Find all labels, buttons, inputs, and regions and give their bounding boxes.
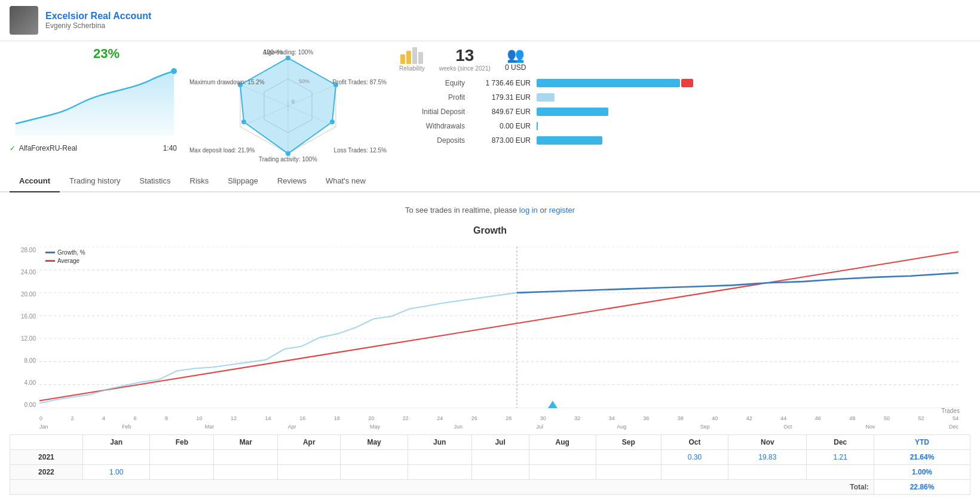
year-row-2021: 2021 0.30 19.83 1.21 21.64% <box>10 450 970 465</box>
legend-average-line <box>45 260 55 262</box>
year-table-total: Total: 22.86% <box>10 480 970 495</box>
login-link[interactable]: log in <box>519 206 538 215</box>
svg-marker-27 <box>548 401 558 408</box>
tab-trading-history[interactable]: Trading history <box>60 170 130 192</box>
register-link[interactable]: register <box>549 206 575 215</box>
year-row-2022: 2022 1.00 1.00% <box>10 465 970 480</box>
broker-info: ✓ AlfaForexRU-Real 1:40 <box>10 144 177 152</box>
deposits-bar <box>537 136 602 145</box>
account-info: Excelsior Real Account Evgeniy Scherbina <box>45 11 151 30</box>
svg-text:50%: 50% <box>299 78 310 84</box>
weeks-box: 13 weeks (since 2021) <box>439 46 491 72</box>
reliability-label: Reliability <box>399 65 425 72</box>
leverage: 1:40 <box>163 144 177 152</box>
y-label-12: 12.00 <box>10 335 38 342</box>
realtime-or: or <box>538 206 549 215</box>
y-label-20: 20.00 <box>10 291 38 298</box>
svg-marker-7 <box>240 58 336 154</box>
svg-point-10 <box>330 120 335 124</box>
rel-bar-4 <box>418 52 423 64</box>
svg-text:0: 0 <box>292 99 295 105</box>
broker-name: ✓ AlfaForexRU-Real <box>10 144 77 152</box>
year-table-header: Jan Feb Mar Apr May Jun Jul Aug Sep Oct … <box>10 435 970 450</box>
svg-point-9 <box>333 82 338 87</box>
rel-bar-3 <box>412 47 417 64</box>
rel-bar-1 <box>400 54 405 64</box>
initial-deposit-bar <box>537 108 608 116</box>
svg-point-0 <box>171 68 177 74</box>
y-label-28: 28.00 <box>10 247 38 253</box>
svg-line-26 <box>39 252 958 400</box>
y-label-4: 4.00 <box>10 379 38 386</box>
svg-point-13 <box>238 82 243 87</box>
mini-chart-area: 23% ✓ AlfaForexRU-Real 1:40 <box>10 46 177 166</box>
profit-bar <box>537 93 555 102</box>
top-section: 23% ✓ AlfaForexRU-Real 1:40 <box>0 41 980 168</box>
main-content: To see trades in realtime, please log in… <box>0 192 980 499</box>
account-user: Evgeniy Scherbina <box>45 22 151 30</box>
followers-icon: 👥 <box>507 47 525 63</box>
tab-whats-new[interactable]: What's new <box>316 170 375 192</box>
growth-percent: 23% <box>93 46 120 62</box>
legend-growth-line <box>45 252 55 253</box>
y-label-0: 0.00 <box>10 402 38 408</box>
equity-row-deposits: Deposits 873.00 EUR <box>399 135 970 146</box>
equity-row-withdrawals: Withdrawals 0.00 EUR <box>399 121 970 131</box>
tab-reviews[interactable]: Reviews <box>268 170 316 192</box>
x-axis-months: Jan Feb Mar Apr May Jun Jul Aug Sep Oct … <box>39 424 958 430</box>
svg-point-8 <box>286 56 290 60</box>
avatar <box>10 6 38 35</box>
svg-text:100+%: 100+% <box>264 49 283 56</box>
equity-row-deposit: Initial Deposit 849.67 EUR <box>399 106 970 117</box>
x-axis-numbers: 0 2 4 6 8 10 12 14 16 18 20 22 24 26 28 … <box>39 415 958 421</box>
followers-value: 0 USD <box>505 63 526 72</box>
legend-average: Average <box>45 258 85 264</box>
realtime-text-before: To see trades in realtime, please <box>405 206 519 215</box>
legend-growth: Growth, % <box>45 249 85 256</box>
y-label-16: 16.00 <box>10 313 38 320</box>
growth-svg <box>39 247 958 408</box>
reliability-bars <box>400 46 423 64</box>
year-table: Jan Feb Mar Apr May Jun Jul Aug Sep Oct … <box>10 434 970 495</box>
chart-title: Growth <box>10 225 970 236</box>
weeks-number: 13 <box>455 46 474 65</box>
y-label-24: 24.00 <box>10 269 38 275</box>
tabs-nav: Account Trading history Statistics Risks… <box>0 170 980 192</box>
followers-box: 👥 0 USD <box>505 47 526 72</box>
tab-statistics[interactable]: Statistics <box>130 170 180 192</box>
account-name: Excelsior Real Account <box>45 11 151 22</box>
chart-container: 28.00 24.00 20.00 16.00 12.00 8.00 4.00 … <box>10 241 970 432</box>
equity-row-profit: Profit 179.31 EUR <box>399 92 970 103</box>
tab-account[interactable]: Account <box>10 170 60 192</box>
radar-svg: 100+% 50% 0 <box>186 46 390 166</box>
tab-risks[interactable]: Risks <box>180 170 219 192</box>
weeks-label: weeks (since 2021) <box>439 65 491 72</box>
reliability-row: Reliability 13 weeks (since 2021) 👥 0 US… <box>399 46 970 72</box>
stats-right: Reliability 13 weeks (since 2021) 👥 0 US… <box>399 46 970 166</box>
svg-point-11 <box>286 151 290 156</box>
rel-bar-2 <box>406 51 411 64</box>
svg-point-12 <box>241 120 246 124</box>
equity-row-equity: Equity 1 736.46 EUR <box>399 78 970 88</box>
realtime-notice: To see trades in realtime, please log in… <box>10 200 970 221</box>
equity-bar-blue <box>537 79 680 87</box>
reliability-box: Reliability <box>399 46 425 72</box>
withdrawals-bar <box>537 122 538 130</box>
growth-chart-section: Growth 28.00 24.00 20.00 16.00 12.00 8.0… <box>10 225 970 495</box>
tab-slippage[interactable]: Slippage <box>218 170 268 192</box>
header: Excelsior Real Account Evgeniy Scherbina <box>0 0 980 41</box>
y-label-8: 8.00 <box>10 357 38 364</box>
radar-chart-area: 100+% 50% 0 Algo trading: 100% Profit Tr… <box>186 46 390 166</box>
chart-legend: Growth, % Average <box>45 249 85 264</box>
equity-table: Equity 1 736.46 EUR Profit 179.31 EUR In… <box>399 78 970 146</box>
equity-bar-red <box>681 79 693 87</box>
trades-label: Trades <box>941 408 960 414</box>
